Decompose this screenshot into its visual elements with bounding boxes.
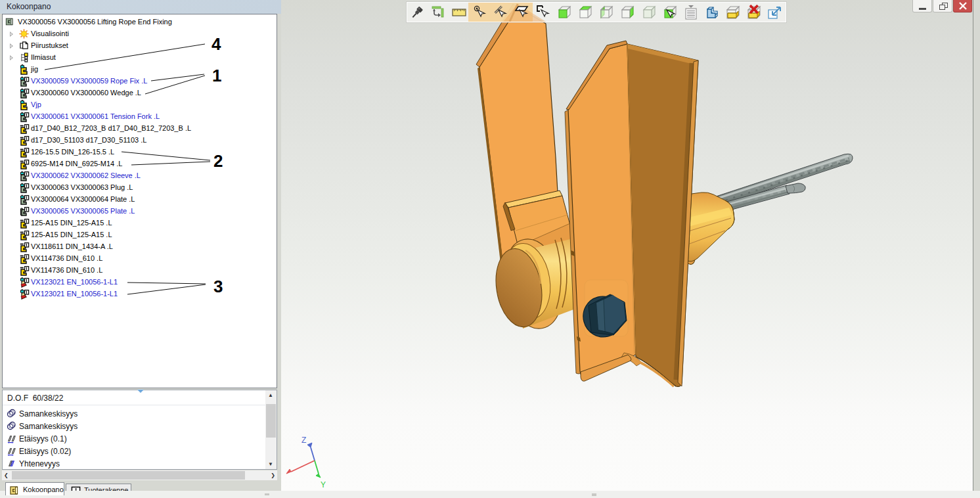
svg-text:2: 2 [213, 151, 223, 171]
svg-text:3: 3 [213, 277, 223, 296]
svg-text:Z: Z [301, 436, 306, 445]
svg-text:Y: Y [321, 480, 326, 489]
svg-text:4: 4 [212, 34, 221, 54]
svg-text:1: 1 [212, 66, 221, 85]
